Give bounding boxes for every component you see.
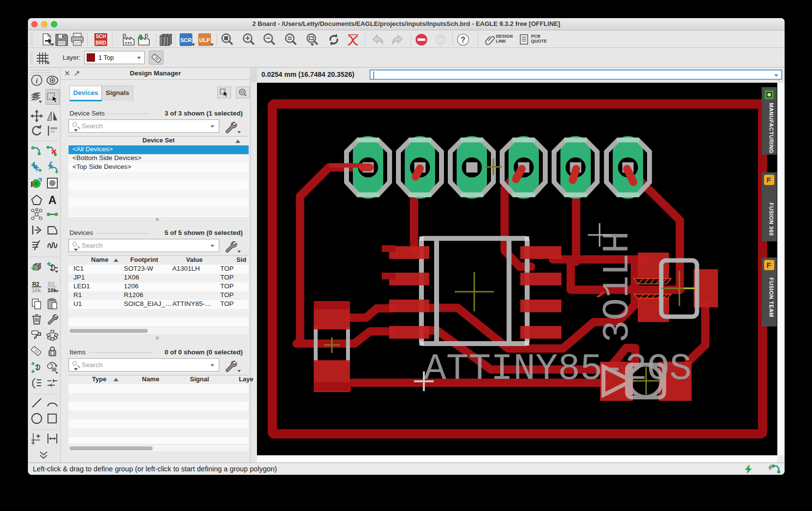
- svg-text:i: i: [36, 77, 38, 85]
- svg-text:SCR: SCR: [180, 37, 191, 43]
- svg-text:ATTINY85-2OS: ATTINY85-2OS: [424, 348, 692, 390]
- svg-text:?: ?: [461, 36, 465, 44]
- svg-text:BRD: BRD: [95, 40, 106, 46]
- svg-text:F: F: [766, 176, 771, 184]
- svg-text:ULP: ULP: [199, 37, 210, 43]
- svg-text:A: A: [48, 194, 57, 207]
- svg-text:GO: GO: [436, 37, 445, 43]
- svg-text:3O1LH: 3O1LH: [597, 231, 639, 343]
- svg-text:F: F: [766, 261, 771, 269]
- svg-text:R2: R2: [48, 281, 55, 287]
- svg-text:SCH: SCH: [95, 34, 106, 39]
- svg-text:R2: R2: [32, 281, 39, 287]
- svg-text:10k: 10k: [32, 287, 41, 293]
- svg-text:10k: 10k: [47, 287, 57, 293]
